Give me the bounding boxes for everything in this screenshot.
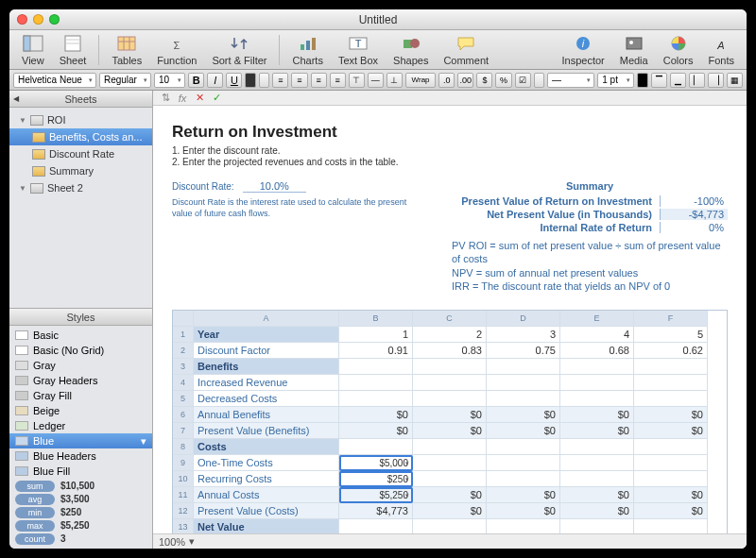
sidebar-item-sheet-2[interactable]: ▼Sheet 2 <box>9 179 152 196</box>
fonts-button[interactable]: AFonts <box>701 31 741 68</box>
cell[interactable] <box>560 471 634 487</box>
tables-button[interactable]: Tables <box>105 31 148 68</box>
cell[interactable]: $0 <box>339 423 413 439</box>
col-header[interactable]: D <box>487 311 560 327</box>
row-header[interactable]: 6 <box>173 407 194 423</box>
formula-bar[interactable]: ⇅ fx ✕ ✓ <box>153 91 747 106</box>
cell[interactable]: $5,000 <box>339 455 413 471</box>
cell[interactable]: Costs <box>194 439 339 455</box>
cell[interactable] <box>413 439 487 455</box>
style-ledger[interactable]: Ledger <box>9 418 152 433</box>
zoom-value[interactable]: 100% <box>159 536 185 548</box>
style-blue-fill[interactable]: Blue Fill <box>9 464 152 477</box>
cell[interactable]: $0 <box>413 407 487 423</box>
sort-filter-button[interactable]: Sort & Filter <box>205 31 273 68</box>
row-header[interactable]: 4 <box>173 375 194 391</box>
cell[interactable]: $0 <box>487 487 560 503</box>
row-header[interactable]: 3 <box>173 359 194 375</box>
font-size-select[interactable]: 10 <box>154 73 185 88</box>
cell[interactable]: 0.75 <box>487 343 560 359</box>
cell[interactable] <box>487 439 560 455</box>
charts-button[interactable]: Charts <box>285 31 329 68</box>
cell[interactable]: One-Time Costs <box>194 455 339 471</box>
cell[interactable]: $0 <box>634 487 708 503</box>
row-header[interactable]: 12 <box>173 503 194 519</box>
style-blue[interactable]: Blue▾ <box>9 433 152 448</box>
cell[interactable]: $0 <box>560 407 634 423</box>
fx-cancel-icon[interactable]: ✕ <box>191 92 208 104</box>
valign-top-button[interactable]: ⊤ <box>349 73 365 88</box>
cell[interactable]: $0 <box>487 423 560 439</box>
border-right-button[interactable]: ▕ <box>708 73 724 88</box>
text-color-button[interactable] <box>245 73 255 88</box>
cell[interactable]: $0 <box>413 423 487 439</box>
cell[interactable]: Discount Factor <box>194 343 339 359</box>
row-header[interactable]: 7 <box>173 423 194 439</box>
function-button[interactable]: ΣFunction <box>150 31 203 68</box>
style-blue-headers[interactable]: Blue Headers <box>9 448 152 464</box>
cell[interactable]: Net Value <box>194 519 339 533</box>
row-header[interactable]: 1 <box>173 327 194 343</box>
cell[interactable]: Decreased Costs <box>194 391 339 407</box>
cell[interactable] <box>560 391 634 407</box>
currency-button[interactable]: $ <box>476 73 492 88</box>
row-header[interactable]: 2 <box>173 343 194 359</box>
col-header[interactable]: E <box>560 311 634 327</box>
cell[interactable]: Recurring Costs <box>194 471 339 487</box>
align-right-button[interactable]: ≡ <box>311 73 327 88</box>
comment-button[interactable]: Comment <box>437 31 495 68</box>
text-box-button[interactable]: TText Box <box>332 31 385 68</box>
border-left-button[interactable]: ▏ <box>689 73 705 88</box>
cell[interactable]: $5,250 <box>339 487 413 503</box>
cell[interactable]: $0 <box>487 503 560 519</box>
cell[interactable] <box>634 455 708 471</box>
cell[interactable]: Annual Costs <box>194 487 339 503</box>
style-gray-fill[interactable]: Gray Fill <box>9 388 152 403</box>
spreadsheet-table[interactable]: ABenefits, Costs and Value (in Thousands… <box>172 310 728 533</box>
cell[interactable] <box>339 519 413 533</box>
canvas[interactable]: Return on Investment 1. Enter the discou… <box>153 106 747 533</box>
col-header[interactable]: F <box>634 311 708 327</box>
cell[interactable] <box>413 359 487 375</box>
shapes-button[interactable]: Shapes <box>387 31 435 68</box>
cell[interactable]: Present Value (Benefits) <box>194 423 339 439</box>
row-header[interactable]: 13 <box>173 519 194 533</box>
fx-nav-icon[interactable]: ⇅ <box>157 92 174 104</box>
cell[interactable]: Present Value (Costs) <box>194 503 339 519</box>
cell[interactable] <box>487 391 560 407</box>
bg-color-button[interactable] <box>259 73 269 88</box>
border-top-button[interactable]: ▔ <box>651 73 667 88</box>
view-button[interactable]: View <box>15 31 51 68</box>
wrap-button[interactable]: Wrap <box>405 73 436 88</box>
cell[interactable]: 0.68 <box>560 343 634 359</box>
cell[interactable] <box>413 471 487 487</box>
cell[interactable]: Year <box>194 327 339 343</box>
cell[interactable]: $0 <box>560 423 634 439</box>
cell[interactable] <box>339 391 413 407</box>
cell[interactable]: 2 <box>413 327 487 343</box>
decimals-dec-button[interactable]: .00 <box>457 73 473 88</box>
cell[interactable]: 4 <box>560 327 634 343</box>
cell[interactable] <box>560 375 634 391</box>
border-select[interactable]: ― <box>547 73 594 88</box>
underline-button[interactable]: U <box>226 73 242 88</box>
cell[interactable]: $0 <box>413 487 487 503</box>
cell[interactable] <box>560 359 634 375</box>
sidebar-item-roi[interactable]: ▼ROI <box>9 111 152 128</box>
cell[interactable]: $0 <box>634 423 708 439</box>
valign-mid-button[interactable]: ― <box>368 73 384 88</box>
cell[interactable] <box>339 375 413 391</box>
cell[interactable]: 3 <box>487 327 560 343</box>
font-style-select[interactable]: Regular <box>99 73 151 88</box>
cell[interactable] <box>560 455 634 471</box>
align-left-button[interactable]: ≡ <box>272 73 288 88</box>
cell[interactable] <box>413 375 487 391</box>
decimals-inc-button[interactable]: .0 <box>438 73 455 88</box>
bold-button[interactable]: B <box>188 73 204 88</box>
percent-button[interactable]: % <box>495 73 511 88</box>
cell[interactable]: Increased Revenue <box>194 375 339 391</box>
italic-button[interactable]: I <box>207 73 223 88</box>
cell[interactable] <box>634 471 708 487</box>
border-all-button[interactable]: ▦ <box>727 73 743 88</box>
sheet-button[interactable]: Sheet <box>53 31 94 68</box>
